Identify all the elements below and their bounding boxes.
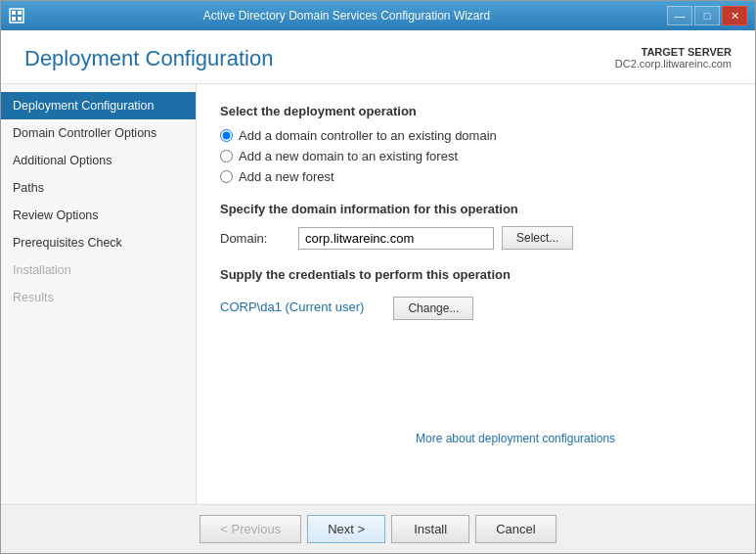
main-content-wrapper: Select the deployment operation Add a do…	[197, 84, 755, 504]
radio-add-dc-existing-domain[interactable]: Add a domain controller to an existing d…	[220, 128, 732, 143]
domain-label: Domain:	[220, 231, 298, 246]
svg-rect-2	[18, 11, 22, 15]
sidebar-item-deployment-configuration[interactable]: Deployment Configuration	[1, 92, 196, 119]
radio-input-add-dc[interactable]	[220, 129, 233, 142]
window-title: Active Directory Domain Services Configu…	[26, 9, 667, 23]
title-bar: Active Directory Domain Services Configu…	[1, 1, 755, 30]
radio-label-add-domain: Add a new domain to an existing forest	[239, 149, 458, 163]
radio-label-add-dc: Add a domain controller to an existing d…	[239, 128, 497, 143]
credentials-section: Supply the credentials to perform this o…	[220, 267, 732, 324]
svg-rect-3	[12, 17, 16, 21]
sidebar-item-paths[interactable]: Paths	[1, 174, 196, 202]
radio-label-add-forest: Add a new forest	[239, 169, 334, 184]
target-server-label: TARGET SERVER	[615, 46, 732, 58]
deployment-section-title: Select the deployment operation	[220, 104, 732, 118]
domain-section: Specify the domain information for this …	[220, 202, 732, 250]
svg-rect-1	[12, 11, 16, 15]
domain-row: Domain: Select...	[220, 226, 732, 250]
radio-add-new-forest[interactable]: Add a new forest	[220, 169, 732, 184]
credentials-section-title: Supply the credentials to perform this o…	[220, 267, 732, 282]
current-user: CORP\da1 (Current user)	[220, 300, 364, 314]
credentials-row: CORP\da1 (Current user) Change...	[220, 292, 732, 324]
sidebar-item-installation: Installation	[1, 256, 196, 284]
domain-input[interactable]	[298, 227, 494, 250]
sidebar-item-prerequisites-check[interactable]: Prerequisites Check	[1, 229, 196, 256]
select-button[interactable]: Select...	[502, 226, 573, 250]
svg-rect-4	[18, 17, 22, 21]
radio-input-add-domain[interactable]	[220, 150, 233, 162]
window-controls: — □ ✕	[667, 6, 747, 25]
target-server-info: TARGET SERVER DC2.corp.litwareinc.com	[615, 46, 732, 69]
page-header: Deployment Configuration TARGET SERVER D…	[1, 30, 755, 84]
target-server-name: DC2.corp.litwareinc.com	[615, 58, 732, 69]
domain-section-title: Specify the domain information for this …	[220, 202, 732, 216]
more-link[interactable]: More about deployment configurations	[416, 432, 615, 445]
sidebar-item-results: Results	[1, 284, 196, 311]
radio-add-new-domain[interactable]: Add a new domain to an existing forest	[220, 149, 732, 163]
page-title: Deployment Configuration	[24, 46, 273, 71]
cancel-button[interactable]: Cancel	[475, 515, 556, 543]
sidebar-item-additional-options[interactable]: Additional Options	[1, 147, 196, 174]
radio-input-add-forest[interactable]	[220, 170, 233, 183]
footer: < Previous Next > Install Cancel	[1, 504, 755, 553]
app-icon	[9, 7, 26, 24]
minimize-button[interactable]: —	[667, 6, 692, 25]
content-area: Deployment Configuration Domain Controll…	[1, 84, 755, 504]
next-button[interactable]: Next >	[307, 515, 385, 543]
sidebar-item-review-options[interactable]: Review Options	[1, 202, 196, 229]
install-button[interactable]: Install	[391, 515, 469, 543]
sidebar: Deployment Configuration Domain Controll…	[1, 84, 197, 504]
previous-button[interactable]: < Previous	[200, 515, 301, 543]
close-button[interactable]: ✕	[722, 6, 747, 25]
main-window: Active Directory Domain Services Configu…	[0, 0, 756, 554]
change-button[interactable]: Change...	[393, 297, 473, 320]
radio-group-deployment: Add a domain controller to an existing d…	[220, 128, 732, 184]
maximize-button[interactable]: □	[694, 6, 720, 25]
sidebar-item-domain-controller-options[interactable]: Domain Controller Options	[1, 119, 196, 147]
